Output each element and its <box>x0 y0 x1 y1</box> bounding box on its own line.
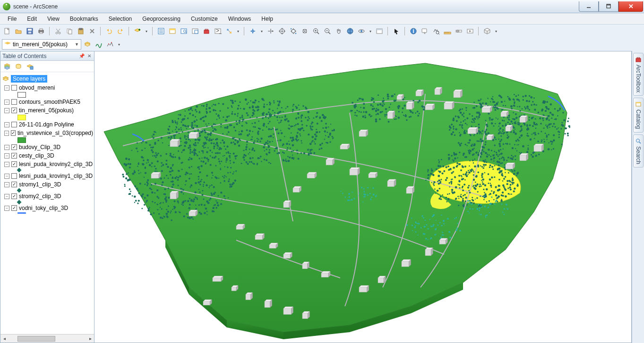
expand-toggle[interactable]: − <box>4 108 9 113</box>
toc-icon[interactable] <box>156 26 166 36</box>
layer-checkbox[interactable]: ✓ <box>11 144 17 150</box>
identify-icon[interactable]: i <box>408 26 419 36</box>
toc-root[interactable]: Scene layers <box>1 74 93 84</box>
interpolate-icon[interactable] <box>94 39 104 50</box>
expand-toggle[interactable]: − <box>4 122 9 127</box>
zoom-in-icon[interactable] <box>311 26 321 36</box>
scroll-thumb[interactable] <box>17 336 55 342</box>
profile-dropdown[interactable] <box>116 39 122 50</box>
3d-effects-dropdown[interactable] <box>493 26 499 36</box>
cut-icon[interactable] <box>53 26 63 36</box>
select-icon[interactable] <box>391 26 402 36</box>
navigate-dropdown[interactable] <box>259 26 265 36</box>
layer-name[interactable]: tin_mereni_05(pokus) <box>19 107 74 114</box>
menu-edit[interactable]: Edit <box>22 14 42 24</box>
scene-canvas[interactable] <box>94 51 632 343</box>
new-icon[interactable] <box>2 26 12 36</box>
maximize-button[interactable] <box>599 1 618 12</box>
search-window-icon[interactable] <box>179 26 189 36</box>
expand-toggle[interactable]: − <box>4 162 9 167</box>
save-icon[interactable] <box>25 26 35 36</box>
list-by-source-icon[interactable] <box>14 62 23 71</box>
redo-icon[interactable] <box>115 26 126 36</box>
profile-icon[interactable] <box>105 39 115 50</box>
expand-toggle[interactable]: − <box>4 182 9 187</box>
layer-name[interactable]: contours_smoothPAEK5 <box>19 99 80 105</box>
layer-name[interactable]: 26-11-01.dgn Polyline <box>19 121 74 128</box>
modelbuilder-dropdown[interactable] <box>235 26 241 36</box>
sub-window-icon[interactable] <box>190 26 200 36</box>
python-window-icon[interactable]: >_ <box>213 26 223 36</box>
layer-checkbox[interactable]: ✓ <box>11 161 17 167</box>
layer-name[interactable]: lesni_puda_kroviny2_clip_3D <box>19 161 93 167</box>
layer-combo[interactable]: tin_mereni_05(pokus) ▼ <box>2 39 81 50</box>
copy-icon[interactable] <box>64 26 75 36</box>
viewer-window-icon[interactable] <box>374 26 385 36</box>
center-target-icon[interactable] <box>277 26 287 36</box>
layer-checkbox[interactable] <box>11 99 17 105</box>
catalog-window-icon[interactable] <box>167 26 178 36</box>
layer-checkbox[interactable] <box>11 173 17 179</box>
menu-view[interactable]: View <box>43 14 64 24</box>
menu-customize[interactable]: Customize <box>186 14 223 24</box>
undo-icon[interactable] <box>104 26 114 36</box>
expand-toggle[interactable]: − <box>4 145 9 150</box>
modelbuilder-icon[interactable] <box>224 26 234 36</box>
layer-name[interactable]: tin_vrstevnice_sl_03(cropped) <box>17 130 93 136</box>
zoom-out-icon[interactable] <box>322 26 333 36</box>
add-data-icon[interactable] <box>132 26 143 36</box>
layer-checkbox[interactable]: ✓ <box>11 153 17 159</box>
layer-name[interactable]: stromy2_clip_3D <box>19 193 61 200</box>
layer-checkbox[interactable]: ✓ <box>11 130 16 136</box>
set-observer-icon[interactable] <box>300 26 310 36</box>
expand-toggle[interactable]: − <box>4 85 9 91</box>
layer-name[interactable]: cesty_clip_3D <box>19 152 54 159</box>
html-popup-icon[interactable] <box>420 26 430 36</box>
delete-icon[interactable] <box>87 26 97 36</box>
navigate-icon[interactable] <box>248 26 258 36</box>
zoom-to-target-icon[interactable] <box>288 26 299 36</box>
catalog-tab[interactable]: Catalog <box>633 98 644 132</box>
list-by-drawing-icon[interactable] <box>2 62 12 71</box>
menu-windows[interactable]: Windows <box>223 14 256 24</box>
3d-effects-icon[interactable] <box>482 26 492 36</box>
expand-toggle[interactable]: − <box>4 206 9 211</box>
add-data-dropdown[interactable] <box>144 26 149 36</box>
layer-name[interactable]: stromy1_clip_3D <box>19 181 61 188</box>
layer-checkbox[interactable]: ✓ <box>11 193 17 199</box>
measure-icon[interactable] <box>442 26 453 36</box>
toc-scrollbar[interactable]: ◂ ▸ <box>0 334 94 343</box>
minimize-button[interactable] <box>579 1 599 12</box>
orbit-icon[interactable] <box>356 26 367 36</box>
layer-name[interactable]: lesni_puda_kroviny1_clip_3D <box>19 173 93 179</box>
orbit-dropdown[interactable] <box>368 26 373 36</box>
layer-name[interactable]: vodni_toky_clip_3D <box>19 205 68 211</box>
layer-name[interactable]: budovy_Clip_3D <box>19 144 60 151</box>
expand-toggle[interactable]: − <box>4 100 9 105</box>
arctoolbox-tab[interactable]: ArcToolbox <box>633 53 644 96</box>
print-icon[interactable] <box>36 26 46 36</box>
menu-help[interactable]: Help <box>257 14 278 24</box>
scroll-right-icon[interactable]: ▸ <box>86 336 94 341</box>
list-by-selection-icon[interactable] <box>25 62 34 71</box>
layer-checkbox[interactable]: ✓ <box>11 108 17 113</box>
search-tab[interactable]: Search <box>633 134 644 167</box>
find-icon[interactable] <box>431 26 441 36</box>
full-extent-icon[interactable] <box>345 26 355 36</box>
animation-icon[interactable] <box>465 26 475 36</box>
expand-toggle[interactable]: − <box>4 153 9 159</box>
pin-icon[interactable]: 📌 <box>79 53 85 59</box>
fly-icon[interactable] <box>266 26 276 36</box>
toolbox-icon[interactable] <box>201 26 212 36</box>
menu-bookmarks[interactable]: Bookmarks <box>65 14 103 24</box>
layer-checkbox[interactable] <box>11 85 17 91</box>
scroll-left-icon[interactable]: ◂ <box>0 336 8 341</box>
expand-toggle[interactable]: − <box>4 174 9 179</box>
time-slider-icon[interactable] <box>454 26 464 36</box>
pan-icon[interactable] <box>334 26 344 36</box>
expand-toggle[interactable]: − <box>4 194 9 199</box>
close-button[interactable]: ✕ <box>618 1 643 12</box>
layer-checkbox[interactable]: ✓ <box>11 205 17 211</box>
menu-geoprocessing[interactable]: Geoprocessing <box>137 14 185 24</box>
expand-toggle[interactable]: − <box>4 131 9 136</box>
